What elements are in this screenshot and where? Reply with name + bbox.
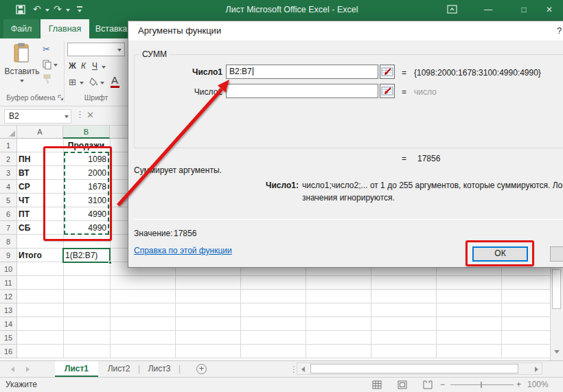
zoom-out-button[interactable]: − [440,378,445,392]
row-header-3[interactable]: 3 [0,166,16,180]
range-picker-icon-2 [381,86,393,96]
dialog-title-bar[interactable]: Аргументы функции ? [128,21,563,41]
ribbon-display-options-icon[interactable] [447,5,457,14]
row-header-4[interactable]: 4 [0,180,16,194]
select-all-triangle-icon [9,130,15,137]
arg2-range-picker-button[interactable] [380,84,395,98]
paste-button[interactable]: Вставить [4,41,40,92]
borders-icon[interactable]: ⊞ [69,77,76,87]
column-header-A[interactable]: A [17,126,63,139]
name-box[interactable]: B2 [4,109,71,124]
arg1-result: {1098:2000:1678:3100:4990:4990} [414,67,541,78]
scroll-down-icon[interactable] [554,350,560,354]
undo-dropdown-icon[interactable] [45,9,49,12]
zoom-slider-track[interactable] [450,384,514,385]
row-header-16[interactable]: 16 [0,345,16,358]
row-header-7[interactable]: 7 [0,221,16,235]
sheet-tab-3[interactable]: Лист3 [141,361,177,377]
arg1-value: B2:B7 [229,67,252,76]
arg2-input[interactable] [226,84,378,98]
bold-button[interactable]: Ж [69,60,76,71]
arg1-input[interactable]: B2:B7 [226,65,378,79]
new-sheet-button[interactable]: + [196,364,207,374]
arg1-range-picker-button[interactable] [380,65,395,79]
redo-icon[interactable]: ↷ [54,3,62,14]
param-label: Число1: [238,180,299,191]
annotation-box-data-range [43,146,112,241]
row-header-2[interactable]: 2 [0,152,16,166]
format-painter-icon[interactable] [43,74,51,84]
page-layout-view-icon[interactable] [398,380,407,389]
status-hint: Укажите [5,378,37,392]
undo-icon[interactable]: ↶ [33,3,41,14]
row-header-13[interactable]: 13 [0,303,16,317]
row-headers: 12345678910111213141516 [0,139,17,358]
row-header-11[interactable]: 11 [0,276,16,290]
sheet-nav-right-icon[interactable] [26,367,30,372]
sheet-nav-left-icon[interactable] [11,367,14,372]
zoom-level[interactable]: 100% [527,378,549,392]
fill-color-icon[interactable] [89,78,99,87]
status-bar: Укажите − + 100% [0,377,563,392]
minimize-button[interactable]: — [479,4,497,15]
tab-separator-2: | [179,361,181,377]
row-header-5[interactable]: 5 [0,194,16,207]
formula-cancel-icon[interactable]: ✕ [87,110,94,120]
row-header-14[interactable]: 14 [0,317,16,331]
zoom-slider-thumb[interactable] [481,382,482,388]
close-button[interactable]: ✕ [540,4,558,15]
function-name-label: СУММ [139,49,170,59]
row-header-15[interactable]: 15 [0,331,16,345]
page-break-view-icon[interactable] [423,380,433,389]
redo-dropdown-icon[interactable] [66,9,70,12]
cell-A9[interactable]: Итого [19,249,62,262]
tab-file[interactable]: Файл [3,19,39,38]
tab-insert[interactable]: Вставка [90,19,133,38]
row-header-10[interactable]: 10 [0,262,16,276]
cancel-button[interactable]: Отмена [550,246,563,262]
row-header-12[interactable]: 12 [0,290,16,303]
qat-customize-icon[interactable] [77,6,82,8]
copy-icon[interactable] [43,60,51,69]
horizontal-scrollbar[interactable] [297,362,542,375]
zoom-in-button[interactable]: + [516,378,521,392]
row-header-8[interactable]: 8 [0,235,16,249]
fill-handle[interactable] [108,261,112,264]
formula-bar-splitter-icon[interactable]: ⋮ [76,109,84,119]
sheet-tab-strip: Лист1 Лист2 | Лист3 | + ⋮ [0,360,563,377]
font-color-button[interactable]: А [111,74,118,86]
help-link[interactable]: Справка по этой функции [134,246,232,255]
vertical-scroll-thumb[interactable] [552,269,561,309]
cut-icon[interactable]: ✂ [43,44,50,54]
qat-customize-arrow-icon[interactable] [78,10,82,12]
row-header-9[interactable]: 9 [0,249,16,262]
annotation-box-ok-button [466,240,534,266]
copy-dropdown-icon[interactable] [54,64,58,67]
excel-window: ↶ ↷ Лист Microsoft Office Excel - Excel … [0,0,563,392]
clipboard-dialog-launcher-icon[interactable] [58,95,64,101]
function-arguments-dialog: Аргументы функции ? СУММ Число1 B2:B7 = … [128,21,563,268]
save-icon[interactable] [16,5,25,14]
horizontal-scroll-thumb[interactable] [310,364,518,373]
italic-button[interactable]: К [81,60,86,71]
underline-button[interactable]: Ч [92,60,97,71]
column-header-B[interactable]: B [63,126,110,139]
hscroll-right-icon[interactable] [535,367,538,372]
maximize-button[interactable]: □ [515,4,533,15]
borders-dropdown-icon[interactable] [80,82,84,84]
font-name-combobox[interactable] [67,43,125,56]
dialog-help-icon[interactable]: ? [557,21,562,41]
active-cell-b9[interactable]: 1(B2:B7) [62,248,111,263]
sheet-tab-1[interactable]: Лист1 [55,361,98,377]
row-header-6[interactable]: 6 [0,207,16,221]
total-equals: = [402,153,406,164]
fill-color-dropdown-icon[interactable] [100,82,104,84]
sheet-tab-2[interactable]: Лист2 [101,361,137,377]
normal-view-icon[interactable] [372,380,382,389]
select-all-corner[interactable] [0,126,17,139]
range-picker-icon [381,67,393,77]
tab-home[interactable]: Главная [41,19,89,38]
underline-dropdown-icon[interactable] [102,66,106,69]
row-header-1[interactable]: 1 [0,139,16,152]
hscroll-left-icon[interactable] [301,367,305,372]
